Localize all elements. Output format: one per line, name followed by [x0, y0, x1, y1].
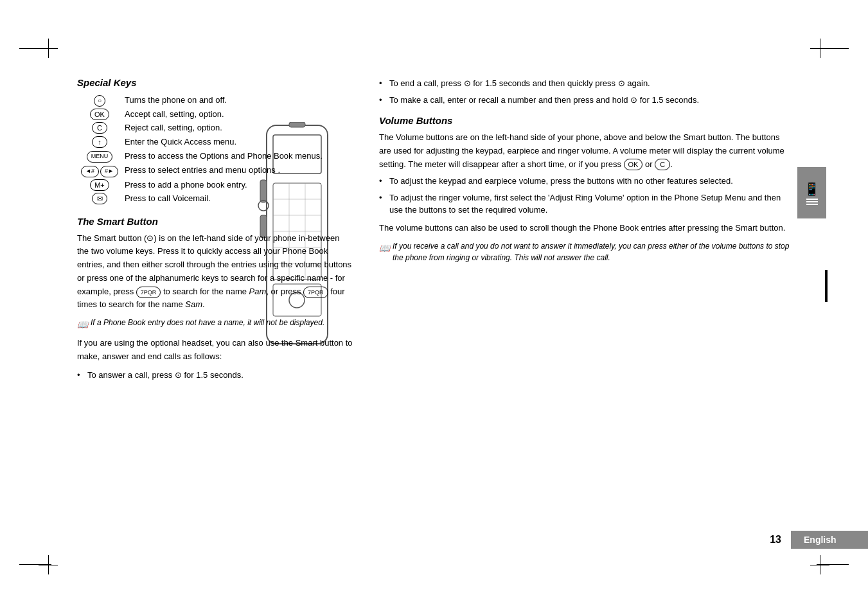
key-7pqr2: 7PQR	[303, 287, 328, 298]
key-hash: #►	[100, 166, 118, 177]
volume-scroll-text: The volume buttons can also be used to s…	[379, 222, 791, 235]
list-item: To answer a call, press ⊙ for 1.5 second…	[77, 369, 353, 382]
key-cell: MENU	[77, 148, 122, 163]
smart-button-section: The Smart Button The Smart button (⊙) is…	[77, 216, 353, 382]
key-cell: C	[77, 121, 122, 135]
desc-cell: Press to access the Options and Phone Bo…	[122, 148, 353, 163]
key-star: ◄#	[81, 166, 99, 177]
desc-cell: Reject call, setting, option.	[122, 121, 353, 135]
right-column: To end a call, press ⊙ for 1.5 seconds a…	[379, 77, 791, 536]
smart-button-title: The Smart Button	[77, 216, 353, 227]
note-box-1: 📖 If a Phone Book entry does not have a …	[77, 317, 353, 332]
table-row: ✉ Press to call Voicemail.	[77, 191, 353, 206]
hline-top-left	[19, 48, 51, 49]
key-up: ↑	[92, 136, 107, 148]
desc-cell: Press to add a phone book entry.	[122, 178, 353, 192]
list-item: To make a call, enter or recall a number…	[379, 94, 791, 107]
table-row: OK Accept call, setting, option.	[77, 107, 353, 121]
special-keys-section: Special Keys ○ Turns the phone on and of…	[77, 77, 353, 206]
table-row: M+ Press to add a phone book entry.	[77, 178, 353, 192]
smart-bullet-list: To answer a call, press ⊙ for 1.5 second…	[77, 369, 353, 382]
main-content: Special Keys ○ Turns the phone on and of…	[77, 77, 791, 536]
note-text-1: If a Phone Book entry does not have a na…	[91, 317, 324, 328]
sidebar-lines	[806, 199, 818, 205]
key-cell: ◄# #►	[77, 163, 122, 178]
table-row: MENU Press to access the Options and Pho…	[77, 148, 353, 163]
key-pair: ◄# #►	[81, 166, 118, 177]
desc-cell: Accept call, setting, option.	[122, 107, 353, 121]
key-cell: OK	[77, 107, 122, 121]
key-menu: MENU	[87, 151, 113, 163]
desc-cell: Press to call Voicemail.	[122, 191, 353, 206]
volume-intro: The Volume buttons are on the left-hand …	[379, 131, 791, 171]
key-ok: OK	[90, 109, 109, 120]
key-cell: ✉	[77, 191, 122, 206]
key-m+: M+	[90, 179, 109, 191]
smart-button-para1: The Smart button (⊙) is on the left-hand…	[77, 232, 353, 312]
hline-bottom-left	[19, 564, 51, 565]
key-o: ○	[94, 95, 105, 107]
list-item: To adjust the ringer volume, first selec…	[379, 191, 791, 217]
list-item: To end a call, press ⊙ for 1.5 seconds a…	[379, 77, 791, 90]
key-c-vol: C	[655, 159, 670, 170]
table-row: ↑ Enter the Quick Access menu.	[77, 135, 353, 149]
vertical-bar	[825, 270, 828, 302]
key-cell: ○	[77, 93, 122, 107]
language-badge: English	[791, 531, 868, 549]
table-row: ○ Turns the phone on and off.	[77, 93, 353, 107]
phone-icon: 📱	[804, 181, 820, 197]
list-item: To adjust the keypad and earpiece volume…	[379, 175, 791, 188]
left-column: Special Keys ○ Turns the phone on and of…	[77, 77, 353, 536]
right-bullet-list-top: To end a call, press ⊙ for 1.5 seconds a…	[379, 77, 791, 106]
table-row: C Reject call, setting, option.	[77, 121, 353, 135]
special-keys-title: Special Keys	[77, 77, 353, 88]
key-7pqr: 7PQR	[136, 287, 161, 298]
desc-cell: Turns the phone on and off.	[122, 93, 353, 107]
key-cell: ↑	[77, 135, 122, 149]
key-cell: M+	[77, 178, 122, 192]
key-c: C	[92, 122, 107, 134]
note-text-2: If you receive a call and you do not wan…	[393, 240, 791, 263]
volume-buttons-section: Volume Buttons The Volume buttons are on…	[379, 115, 791, 263]
volume-title: Volume Buttons	[379, 115, 791, 126]
note-box-2: 📖 If you receive a call and you do not w…	[379, 240, 791, 263]
key-table: ○ Turns the phone on and off. OK Accept …	[77, 93, 353, 206]
hline-top-right	[817, 48, 849, 49]
table-row: ◄# #► Press to select entries and menu o…	[77, 163, 353, 178]
note-icon-1: 📖	[77, 318, 88, 332]
hline-bottom-right	[817, 564, 849, 565]
crosshair-bottom-right	[810, 555, 829, 574]
smart-headset-text: If you are using the optional headset, y…	[77, 337, 353, 364]
key-ok-vol: OK	[624, 159, 643, 170]
desc-cell: Press to select entries and menu options…	[122, 163, 353, 178]
crosshair-bottom-left	[39, 555, 58, 574]
volume-bullet-list: To adjust the keypad and earpiece volume…	[379, 175, 791, 217]
key-vm: ✉	[92, 193, 107, 204]
note-icon-2: 📖	[379, 242, 390, 255]
sidebar-marker: 📱	[797, 167, 826, 218]
desc-cell: Enter the Quick Access menu.	[122, 135, 353, 149]
